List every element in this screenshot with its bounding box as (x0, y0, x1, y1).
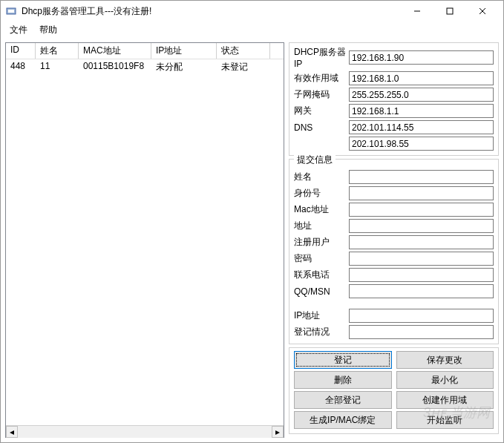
ip-input[interactable] (349, 309, 494, 323)
menubar: 文件 帮助 (1, 22, 503, 38)
cell-mac: 00115B1019F8 (79, 59, 151, 75)
horizontal-scrollbar[interactable]: ◂ ▸ (6, 425, 284, 437)
scope-label: 有效作用域 (294, 72, 346, 85)
reguser-label: 注册用户 (294, 236, 346, 249)
name-input[interactable] (349, 170, 494, 184)
app-icon (5, 5, 17, 17)
client-table[interactable]: ID 姓名 MAC地址 IP地址 状态 448 11 00115B1019F8 … (5, 42, 284, 438)
mask-input[interactable] (349, 88, 494, 102)
create-scope-button[interactable]: 创建作用域 (396, 391, 494, 409)
window-title: Dhcp服务器管理工具---没有注册! (22, 5, 401, 18)
dhcp-label: DHCP服务器IP (294, 46, 346, 69)
svg-rect-1 (8, 10, 14, 13)
reg-label: 登记情况 (294, 326, 346, 338)
gateway-label: 网关 (294, 105, 346, 117)
idno-label: 身份号 (294, 187, 346, 200)
menu-help[interactable]: 帮助 (33, 22, 63, 38)
col-ip[interactable]: IP地址 (151, 43, 217, 59)
phone-label: 联系电话 (294, 269, 346, 281)
maximize-button[interactable] (433, 1, 466, 22)
reguser-input[interactable] (349, 235, 494, 249)
minimize-button[interactable] (401, 1, 433, 22)
gen-binding-button[interactable]: 生成IP/MAC绑定 (294, 411, 392, 429)
reg-input[interactable] (349, 325, 494, 339)
col-name[interactable]: 姓名 (36, 43, 79, 59)
dns1-input[interactable] (349, 120, 494, 134)
cell-ip: 未分配 (151, 59, 217, 75)
titlebar: Dhcp服务器管理工具---没有注册! (1, 1, 503, 22)
submit-legend: 提交信息 (294, 154, 336, 166)
pwd-input[interactable] (349, 252, 494, 266)
delete-button[interactable]: 删除 (294, 371, 392, 389)
scope-input[interactable] (349, 71, 494, 85)
gateway-input[interactable] (349, 104, 494, 118)
qq-input[interactable] (349, 284, 494, 298)
col-id[interactable]: ID (6, 43, 36, 59)
phone-input[interactable] (349, 268, 494, 282)
idno-input[interactable] (349, 186, 494, 200)
close-button[interactable] (466, 1, 499, 22)
submit-info-group: 提交信息 姓名 身份号 Mac地址 地址 注册用户 密码 联系电话 QQ/MSN… (289, 159, 499, 344)
menu-file[interactable]: 文件 (4, 22, 33, 38)
save-button[interactable]: 保存更改 (396, 351, 494, 369)
start-listen-button[interactable]: 开始监听 (396, 411, 494, 429)
dhcp-input[interactable] (349, 50, 494, 65)
dns2-input[interactable] (349, 137, 494, 151)
qq-label: QQ/MSN (294, 286, 346, 297)
addr-input[interactable] (349, 219, 494, 233)
scroll-right-icon[interactable]: ▸ (272, 426, 284, 438)
pwd-label: 密码 (294, 252, 346, 265)
mask-label: 子网掩码 (294, 88, 346, 101)
table-row[interactable]: 448 11 00115B1019F8 未分配 未登记 (6, 59, 284, 75)
name-label: 姓名 (294, 171, 346, 183)
scroll-left-icon[interactable]: ◂ (6, 426, 18, 438)
svg-rect-3 (447, 8, 453, 14)
dns-label: DNS (294, 122, 346, 133)
ip-label: IP地址 (294, 309, 346, 322)
cell-id: 448 (6, 59, 36, 75)
register-button[interactable]: 登记 (294, 351, 392, 369)
cell-name: 11 (36, 59, 79, 75)
button-panel: 登记 保存更改 删除 最小化 全部登记 创建作用域 生成IP/MAC绑定 开始监… (289, 347, 499, 434)
cell-status: 未登记 (217, 59, 270, 75)
addr-label: 地址 (294, 220, 346, 232)
server-config-group: DHCP服务器IP 有效作用域 子网掩码 网关 DNS (289, 42, 499, 156)
mac-label: Mac地址 (294, 203, 346, 216)
col-status[interactable]: 状态 (217, 43, 270, 59)
table-header: ID 姓名 MAC地址 IP地址 状态 (6, 43, 284, 59)
register-all-button[interactable]: 全部登记 (294, 391, 392, 409)
mac-input[interactable] (349, 203, 494, 217)
minimize-app-button[interactable]: 最小化 (396, 371, 494, 389)
col-mac[interactable]: MAC地址 (79, 43, 151, 59)
